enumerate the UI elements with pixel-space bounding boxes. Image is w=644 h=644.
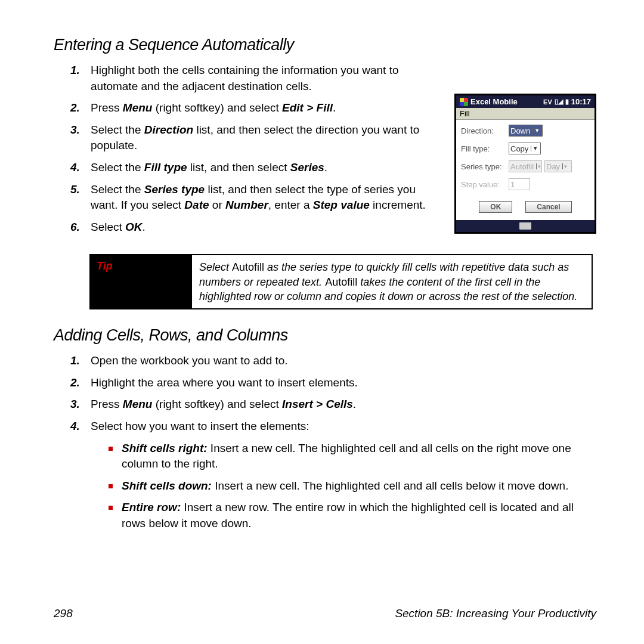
keyboard-icon[interactable] [519,222,531,230]
start-icon [460,98,468,106]
filltype-label: Fill type: [461,144,509,153]
ok-button[interactable]: OK [479,201,512,213]
section-label: Section 5B: Increasing Your Productivity [395,607,596,620]
device-screenshot: Excel Mobile EV ▯◢ ▮ 10:17 Fill Directio… [454,94,596,243]
app-title: Excel Mobile [470,97,518,106]
ev-icon: EV [543,98,552,106]
chevron-down-icon: ▾ [562,163,568,169]
step3: Select the Direction list, and then sele… [91,122,444,154]
device-titlebar: Excel Mobile EV ▯◢ ▮ 10:17 [456,95,595,108]
cancel-button[interactable]: Cancel [525,201,571,213]
tip-body: Select Autofill as the series type to qu… [192,255,592,308]
step5: Select the Series type list, and then se… [91,182,444,213]
direction-dropdown[interactable]: Down▼ [509,125,543,137]
opt-shift-down: Shift cells down: Insert a new cell. The… [122,478,596,494]
step6: Select OK. [91,219,444,236]
seriestype-dropdown: Autofill▾ [509,160,542,172]
stepvalue-label: Step value: [461,180,509,189]
seriestype-unit-dropdown: Day▾ [544,160,572,172]
tip-label: Tip [91,255,192,308]
clock: 10:17 [571,97,591,106]
tip-box: Tip Select Autofill as the series type t… [89,254,593,309]
s2-step2: Highlight the area where you want to ins… [91,375,596,391]
page-number: 298 [54,607,73,620]
footer: 298 Section 5B: Increasing Your Producti… [54,607,596,620]
chevron-down-icon: ▾ [536,163,542,169]
chevron-down-icon: ▼ [532,128,541,134]
step4: Select the Fill type list, and then sele… [91,160,444,176]
section1-title: Entering a Sequence Automatically [54,36,596,54]
section2-title: Adding Cells, Rows, and Columns [54,326,596,345]
s2-step3: Press Menu (right softkey) and select In… [91,397,596,413]
dialog-title: Fill [456,108,595,120]
insert-options: Shift cells right: Insert a new cell. Th… [91,441,596,532]
device-bottombar [456,220,595,232]
seriestype-label: Series type: [461,162,509,171]
section2-steps: Open the workbook you want to add to. Hi… [54,353,596,531]
opt-shift-right: Shift cells right: Insert a new cell. Th… [122,441,596,472]
s2-step4: Select how you want to insert the elemen… [91,419,596,532]
s2-step1: Open the workbook you want to add to. [91,353,596,369]
filltype-dropdown[interactable]: Copy▼ [509,143,541,154]
signal-icon: ▯◢ [555,98,563,106]
step2: Press Menu (right softkey) and select Ed… [91,100,444,116]
section1-steps: Highlight both the cells containing the … [54,63,444,235]
opt-entire-row: Entire row: Insert a new row. The entire… [122,500,596,531]
stepvalue-input: 1 [509,178,530,190]
battery-icon: ▮ [565,98,569,106]
chevron-down-icon: ▼ [531,145,539,151]
direction-label: Direction: [461,126,509,135]
step1: Highlight both the cells containing the … [91,63,444,94]
